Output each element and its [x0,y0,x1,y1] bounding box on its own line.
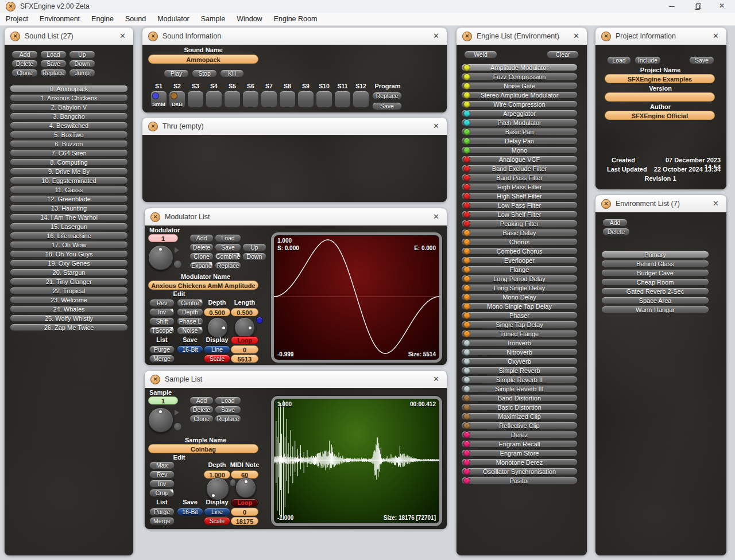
minimize-button[interactable] [659,0,684,13]
sound-item[interactable]: 16. Lifemachine [10,232,128,239]
engine-item[interactable]: Flange [461,266,578,273]
slot-box[interactable] [224,91,241,108]
sound-list-replace-button[interactable]: Replace [40,69,67,77]
engine-item[interactable]: Peaking Filter [461,220,578,227]
clear-button[interactable]: Clear [547,50,579,59]
engine-item[interactable]: Noise Gate [461,82,578,90]
modulator-index-field[interactable]: 1 [148,234,178,242]
close-icon[interactable] [711,199,721,208]
sound-item[interactable]: 12. Greenblade [10,195,128,203]
engine-item[interactable]: Basic Distortion [461,403,578,411]
sound-item[interactable]: 6. Buzzon [10,140,128,147]
sound-slot[interactable]: S3 [187,83,204,108]
engine-item[interactable]: Maximized Clip [461,413,578,420]
slot-box[interactable]: DsB [169,91,185,108]
close-icon[interactable] [118,32,127,41]
sound-item[interactable]: 11. Gasss [10,186,128,193]
engine-item[interactable]: Combed Chorus [461,247,578,255]
modulator-down-button[interactable]: Down [242,252,266,260]
scale-button[interactable]: Scale [204,355,230,363]
centre-button[interactable]: Centre [177,299,203,307]
depth-knob[interactable] [207,317,228,338]
loop-end-field[interactable]: 18175 [231,517,258,525]
scale-button[interactable]: Scale [204,517,230,525]
sample-replace-button[interactable]: Replace [215,415,241,423]
environment-add-button[interactable]: Add [602,219,628,227]
loop-start-field[interactable]: 0 [231,508,258,516]
slot-box[interactable]: SmM [150,91,167,108]
purge-button[interactable]: Purge [149,345,175,353]
sound-item[interactable]: 3. Bangcho [10,112,128,120]
crop-button[interactable]: Crop [149,489,175,497]
engine-item[interactable]: Engram Store [461,449,578,457]
close-icon[interactable] [432,375,441,384]
sound-list-down-button[interactable]: Down [69,60,95,68]
rev-button[interactable]: Rev [149,299,175,307]
length-value-field[interactable]: 0.500 [231,308,258,316]
menu-modulator[interactable]: Modulator [152,13,195,25]
engine-item[interactable]: Basic Delay [461,229,578,236]
engine-item[interactable]: Derez [461,431,578,438]
sound-item[interactable]: 4. Beswitched [10,122,128,129]
sound-item[interactable]: 1. Anxious Chickens [10,94,128,102]
engine-item[interactable]: Wire Compression [461,100,578,108]
play-button[interactable]: Play [164,69,189,77]
shift-button[interactable]: Shift [149,317,175,325]
project-include-button[interactable]: Include [635,56,661,64]
engine-item[interactable]: Simple Reverb [461,367,578,374]
engine-item[interactable]: Monotone Derez [461,458,578,466]
sound-list-load-button[interactable]: Load [40,50,67,59]
project-name-field[interactable]: SFXEngine Examples [605,74,715,83]
merge-button[interactable]: Merge [149,355,175,363]
modulator-combine-button[interactable]: Combine [215,252,241,260]
engine-item[interactable]: Long Period Delay [461,275,578,282]
sample-depth-knob[interactable] [206,477,229,500]
inv-button[interactable]: Inv [149,480,175,488]
sound-item[interactable]: 26. Zap Me Twice [10,324,128,331]
sound-item[interactable]: 19. Oxy Genes [10,259,128,267]
sound-item[interactable]: 18. Oh You Guys [10,250,128,258]
depth-button[interactable]: Depth [177,308,203,316]
sample-delete-button[interactable]: Delete [189,406,214,414]
environment-item[interactable]: Behind Glass [601,260,709,267]
sample-select-knob[interactable] [148,407,173,433]
max-button[interactable]: Max [149,461,175,469]
engine-item[interactable]: Fuzz Compression [461,73,578,80]
modulator-add-button[interactable]: Add [189,234,214,242]
close-icon[interactable] [432,122,441,131]
sound-slot[interactable]: S8 [279,83,296,108]
menu-project[interactable]: Project [0,13,34,25]
menu-engine-room[interactable]: Engine Room [268,13,323,25]
sample-waveform-display[interactable]: 1.000 00:00.412 -1.000 Size: 18176 [7270… [271,396,442,526]
kill-button[interactable]: Kill [220,69,244,77]
sound-slot[interactable]: S12 [353,83,369,108]
menu-window[interactable]: Window [231,13,268,25]
project-load-button[interactable]: Load [607,56,631,64]
engine-item[interactable]: Low Pass Filter [461,201,578,209]
sound-slot[interactable]: S1SmM [150,83,167,108]
sample-clone-button[interactable]: Clone [189,415,214,423]
engine-item[interactable]: Basic Pan [461,128,578,135]
rev-button[interactable]: Rev [149,470,175,479]
sound-slot[interactable]: S11 [334,83,351,108]
engine-item[interactable]: Oxyverb [461,357,578,365]
line-button[interactable]: Line [204,508,230,516]
sample-add-button[interactable]: Add [189,396,214,405]
engine-item[interactable]: Mono Single Tap Delay [461,302,578,310]
engine-item[interactable]: Ironverb [461,339,578,347]
engine-item[interactable]: Band Distortion [461,394,578,402]
sound-list-delete-button[interactable]: Delete [11,60,38,68]
slot-box[interactable] [261,91,277,108]
inv-button[interactable]: Inv [149,308,175,316]
sound-item[interactable]: 13. Haunting [10,204,128,212]
sound-item[interactable]: 24. Whales [10,305,128,313]
sound-item[interactable]: 15. Lasergun [10,223,128,230]
slot-box[interactable] [353,91,369,108]
engine-item[interactable]: Positor [461,477,578,484]
modulator-select-knob[interactable] [148,245,173,270]
environment-item[interactable]: Space Area [601,297,709,304]
modulator-clone-button[interactable]: Clone [189,252,214,260]
purge-button[interactable]: Purge [149,508,175,516]
sound-slot[interactable]: S7 [261,83,277,108]
engine-item[interactable]: High Shelf Filter [461,192,578,200]
